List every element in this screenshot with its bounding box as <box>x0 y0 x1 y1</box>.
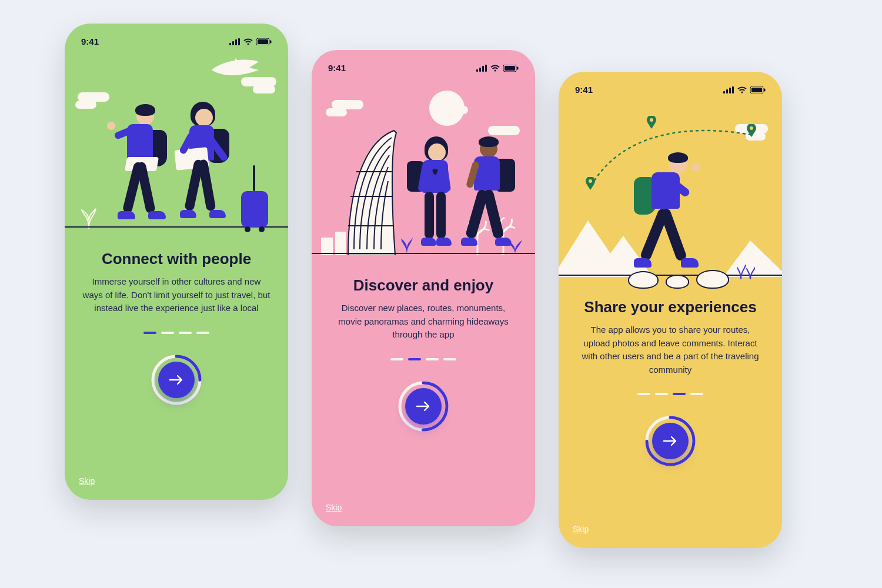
svg-point-28 <box>589 179 592 183</box>
pager-dot[interactable] <box>690 393 703 395</box>
svg-point-30 <box>750 126 753 130</box>
skip-link[interactable]: Skip <box>573 524 589 534</box>
status-bar: 9:41 <box>325 61 522 73</box>
onboarding-body: Immerse yourself in other cultures and n… <box>82 275 270 315</box>
skip-link[interactable]: Skip <box>326 503 342 512</box>
pager-dot[interactable] <box>390 358 403 360</box>
hiker <box>635 142 717 277</box>
onboarding-screen-2: 9:41 <box>312 50 535 526</box>
svg-rect-14 <box>505 66 515 71</box>
pager-dot[interactable] <box>196 332 209 334</box>
pager-dots <box>637 393 703 395</box>
status-icons <box>229 38 272 45</box>
svg-rect-11 <box>482 66 484 72</box>
illustration-travel-couple <box>65 46 288 246</box>
onboarding-content: Connect with people Immerse yourself in … <box>78 246 275 487</box>
pager-dot[interactable] <box>673 393 686 395</box>
arrow-right-icon <box>663 435 678 447</box>
map-pin-icon <box>747 124 756 137</box>
airplane-icon <box>208 55 261 79</box>
arrow-right-icon <box>169 374 184 386</box>
onboarding-title: Connect with people <box>102 250 251 268</box>
pager-dot[interactable] <box>637 393 650 395</box>
svg-rect-15 <box>517 66 519 69</box>
svg-rect-2 <box>235 39 237 45</box>
svg-rect-3 <box>238 38 240 45</box>
status-time: 9:41 <box>575 85 593 95</box>
pager-dot[interactable] <box>161 332 174 334</box>
onboarding-content: Share your experiences The app allows yo… <box>572 295 769 535</box>
wifi-icon <box>737 86 747 93</box>
onboarding-body: The app allows you to share your routes,… <box>576 323 764 376</box>
arrow-right-icon <box>416 400 431 412</box>
battery-icon <box>750 86 766 93</box>
svg-rect-5 <box>258 39 268 44</box>
status-bar: 9:41 <box>78 34 275 46</box>
plant-icon <box>737 262 755 279</box>
svg-rect-12 <box>485 65 487 72</box>
cellular-icon <box>476 65 487 72</box>
next-button-wrap <box>396 379 450 433</box>
pager-dot[interactable] <box>426 358 439 360</box>
status-time: 9:41 <box>81 36 99 46</box>
next-button[interactable] <box>158 362 195 398</box>
status-time: 9:41 <box>328 63 346 73</box>
onboarding-title: Discover and enjoy <box>353 276 493 295</box>
next-button[interactable] <box>405 388 442 425</box>
tourist-female <box>410 126 469 255</box>
onboarding-screen-1: 9:41 <box>65 24 288 500</box>
pager-dots <box>390 358 456 360</box>
svg-rect-22 <box>726 89 728 93</box>
svg-rect-23 <box>729 88 731 93</box>
svg-point-29 <box>650 118 653 122</box>
plant-icon <box>400 229 414 255</box>
pager-dot[interactable] <box>179 332 192 334</box>
svg-rect-9 <box>476 69 478 72</box>
svg-rect-0 <box>229 43 231 45</box>
wifi-icon <box>243 38 253 45</box>
svg-rect-10 <box>479 68 481 72</box>
cellular-icon <box>229 38 240 45</box>
svg-rect-24 <box>732 86 734 93</box>
traveler-male <box>106 88 176 229</box>
svg-rect-6 <box>270 40 272 43</box>
pager-dot[interactable] <box>408 358 421 360</box>
svg-rect-27 <box>764 88 766 91</box>
illustration-city-landmark <box>312 73 535 273</box>
status-icons <box>476 65 519 72</box>
pager-dots <box>143 332 209 334</box>
map-pin-icon <box>647 116 656 129</box>
onboarding-title: Share your experiences <box>584 298 756 316</box>
plant-icon <box>507 234 523 255</box>
next-button-wrap <box>149 353 203 407</box>
battery-icon <box>503 65 519 72</box>
svg-rect-21 <box>723 91 725 93</box>
onboarding-screen-3: 9:41 <box>559 72 782 548</box>
battery-icon <box>256 38 272 45</box>
wifi-icon <box>490 65 500 72</box>
svg-rect-1 <box>232 41 234 45</box>
map-pin-icon <box>586 177 595 190</box>
pager-dot[interactable] <box>655 393 668 395</box>
status-icons <box>723 86 766 93</box>
traveler-female <box>168 88 239 229</box>
skip-link[interactable]: Skip <box>79 476 95 486</box>
landmark-burj-icon <box>338 126 408 255</box>
cellular-icon <box>723 86 734 93</box>
onboarding-content: Discover and enjoy Discover new places, … <box>325 273 522 513</box>
illustration-hiker-route <box>559 95 782 295</box>
pager-dot[interactable] <box>443 358 456 360</box>
pager-dot[interactable] <box>143 332 156 334</box>
next-button-wrap <box>643 414 697 468</box>
status-bar: 9:41 <box>572 82 769 95</box>
suitcase-icon <box>241 191 268 228</box>
next-button[interactable] <box>652 423 689 459</box>
onboarding-body: Discover new places, routes, monuments, … <box>329 302 517 342</box>
svg-rect-26 <box>751 88 762 92</box>
